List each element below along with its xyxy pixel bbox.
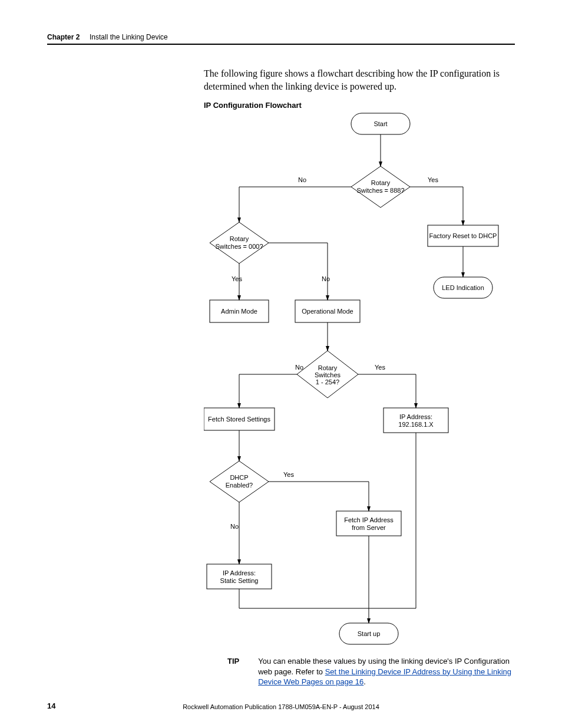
node-factory-reset-label: Factory Reset to DHCP: [429, 232, 497, 239]
edge-no-3: No: [295, 364, 303, 371]
intro-paragraph: The following figure shows a flowchart d…: [204, 67, 515, 93]
node-startup-label: Start up: [358, 630, 381, 637]
edge-yes-4: Yes: [283, 471, 294, 478]
node-dhcp-l1: DHCP: [230, 474, 248, 481]
edge-no-2: No: [322, 275, 330, 282]
node-rotary-1-254-l3: 1 - 254?: [316, 378, 339, 386]
node-led-label: LED Indication: [442, 284, 484, 291]
node-fetch-server-l2: from Server: [352, 524, 386, 531]
node-ip-static-l1: IP Address:: [223, 569, 256, 577]
flowchart: Start Rotary Switches = 888? Yes Factory…: [204, 110, 516, 653]
node-ip-192-l2: 192.168.1.X: [398, 421, 434, 428]
node-rotary-000-label-2: Switches = 000?: [215, 243, 263, 250]
node-rotary-888-label-2: Switches = 888?: [356, 187, 404, 194]
node-operational-label: Operational Mode: [302, 308, 353, 315]
node-fetch-stored-label: Fetch Stored Settings: [208, 416, 270, 423]
edge-no-1: No: [298, 176, 306, 183]
node-rotary-1-254-l2: Switches: [315, 371, 341, 378]
edge-no-4: No: [230, 523, 239, 530]
tip-block: TIP You can enable these values by using…: [227, 656, 515, 687]
node-dhcp-l2: Enabled?: [226, 482, 253, 489]
node-admin-label: Admin Mode: [221, 308, 257, 315]
node-fetch-server-l1: Fetch IP Address: [344, 516, 394, 523]
chapter-title: Install the Linking Device: [90, 33, 168, 41]
node-ip-static-l2: Static Setting: [220, 577, 259, 584]
tip-text-after: .: [363, 677, 366, 686]
publication-line: Rockwell Automation Publication 1788-UM0…: [0, 703, 562, 710]
flowchart-title: IP Configuration Flowchart: [204, 101, 302, 110]
edge-yes-3: Yes: [375, 364, 385, 371]
node-rotary-000-label-1: Rotary: [230, 235, 249, 242]
node-rotary-1-254-l1: Rotary: [318, 364, 338, 371]
node-ip-192-l1: IP Address:: [399, 413, 432, 420]
edge-yes-1: Yes: [428, 176, 438, 183]
tip-label: TIP: [227, 656, 239, 687]
chapter-label: Chapter 2: [47, 33, 80, 41]
tip-body: You can enable these values by using the…: [258, 656, 515, 687]
node-start-label: Start: [373, 120, 387, 127]
edge-yes-2: Yes: [232, 275, 242, 282]
page-header: Chapter 2 Install the Linking Device: [47, 33, 515, 45]
node-rotary-888-label-1: Rotary: [371, 179, 391, 186]
